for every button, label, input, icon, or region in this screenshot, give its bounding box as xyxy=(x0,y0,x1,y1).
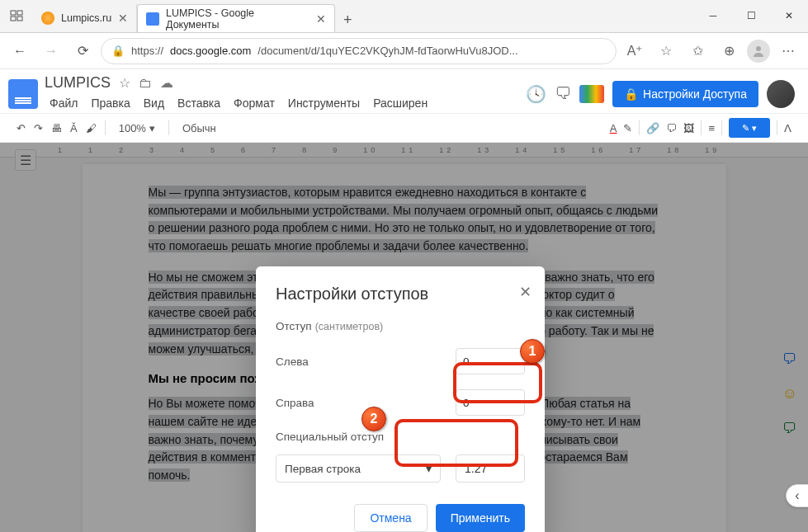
favicon-lumpics xyxy=(41,12,54,25)
docs-app: LUMPICS ☆ 🗀 ☁ Файл Правка Вид Вставка Фо… xyxy=(0,69,808,532)
editing-mode-button[interactable]: ✎ ▾ xyxy=(729,118,770,138)
special-indent-input[interactable] xyxy=(456,454,525,483)
tab-google-docs[interactable]: LUMPICS - Google Документы ✕ xyxy=(137,4,335,32)
svg-rect-2 xyxy=(11,16,16,21)
right-label: Справа xyxy=(276,397,456,409)
forward-button[interactable]: → xyxy=(38,38,64,64)
cloud-icon[interactable]: ☁ xyxy=(160,75,173,91)
star-icon[interactable]: ☆ xyxy=(119,75,130,91)
undo-icon[interactable]: ↶ xyxy=(17,122,26,134)
special-indent-select[interactable]: Первая строка ▾ xyxy=(276,454,441,483)
refresh-button[interactable]: ⟳ xyxy=(69,38,96,64)
chevron-down-icon: ▾ xyxy=(426,462,432,475)
favicon-docs xyxy=(146,12,159,26)
print-icon[interactable]: 🖶 xyxy=(51,122,62,134)
spellcheck-icon[interactable]: Ă xyxy=(70,122,78,134)
zoom-value: 100% xyxy=(119,122,146,134)
text-color-icon[interactable]: A xyxy=(610,122,617,134)
indent-options-dialog: Настройки отступов ✕ Отступ(сантиметров)… xyxy=(256,266,545,532)
collections-icon[interactable]: ⊕ xyxy=(716,38,742,64)
url-prefix: https:// xyxy=(131,45,163,57)
svg-rect-0 xyxy=(11,11,16,15)
menu-file[interactable]: Файл xyxy=(45,93,83,113)
meet-icon[interactable] xyxy=(579,85,604,103)
style-select[interactable]: Обычн xyxy=(177,120,221,137)
menu-extensions[interactable]: Расширен xyxy=(368,93,432,113)
toolbar: ↶ ↷ 🖶 Ă 🖌 100% ▾ Обычн A ✎ 🔗 🗩 🖼 ≡ ✎ ▾ ᐱ xyxy=(0,113,808,143)
svg-rect-3 xyxy=(17,16,22,21)
document-area: 112345678910111213141516171819 ☰ Мы — гр… xyxy=(0,143,808,532)
link-icon[interactable]: 🔗 xyxy=(646,122,659,134)
user-avatar[interactable] xyxy=(767,80,795,108)
menu-edit[interactable]: Правка xyxy=(86,93,135,113)
tab-actions-icon[interactable] xyxy=(0,0,33,32)
url-host: docs.google.com xyxy=(170,45,251,57)
history-icon[interactable]: 🕓 xyxy=(526,84,546,104)
read-aloud-icon[interactable]: A⁺ xyxy=(621,38,648,64)
zoom-select[interactable]: 100% ▾ xyxy=(114,120,160,137)
svg-rect-1 xyxy=(17,11,22,15)
profile-button[interactable] xyxy=(747,40,770,63)
redo-icon[interactable]: ↷ xyxy=(34,122,43,134)
callout-number-1: 1 xyxy=(520,339,545,364)
share-button[interactable]: 🔒 Настройки Доступа xyxy=(612,81,758,107)
url-field[interactable]: 🔒 https://docs.google.com/document/d/1qu… xyxy=(101,38,617,64)
address-bar: ← → ⟳ 🔒 https://docs.google.com/document… xyxy=(0,33,808,69)
new-tab-button[interactable]: + xyxy=(335,7,360,32)
show-side-panel-icon[interactable]: ‹ xyxy=(786,484,808,507)
highlight-icon[interactable]: ✎ xyxy=(623,122,632,134)
right-indent-input[interactable] xyxy=(456,389,525,416)
menu-format[interactable]: Формат xyxy=(229,93,280,113)
back-button[interactable]: ← xyxy=(7,38,33,64)
maximize-button[interactable]: ☐ xyxy=(732,0,770,32)
left-indent-input[interactable] xyxy=(456,348,525,374)
chevron-up-icon[interactable]: ᐱ xyxy=(784,122,791,134)
close-window-button[interactable]: ✕ xyxy=(770,0,808,32)
lock-icon: 🔒 xyxy=(111,45,125,57)
menu-tools[interactable]: Инструменты xyxy=(283,93,365,113)
tab-label: Lumpics.ru xyxy=(61,12,111,24)
menubar: Файл Правка Вид Вставка Формат Инструмен… xyxy=(45,92,432,113)
move-icon[interactable]: 🗀 xyxy=(139,76,152,91)
dialog-title: Настройки отступов xyxy=(276,285,525,304)
menu-view[interactable]: Вид xyxy=(139,93,169,113)
special-indent-label: Специальный отступ xyxy=(276,431,525,443)
favorite-icon[interactable]: ☆ xyxy=(653,38,679,64)
comment-icon[interactable]: 🗨 xyxy=(555,84,571,103)
minimize-button[interactable]: ─ xyxy=(694,0,732,32)
menu-icon[interactable]: ⋯ xyxy=(775,38,801,64)
tab-lumpics[interactable]: Lumpics.ru ✕ xyxy=(33,4,137,32)
cancel-button[interactable]: Отмена xyxy=(354,504,427,532)
callout-number-2: 2 xyxy=(361,407,386,431)
browser-titlebar: Lumpics.ru ✕ LUMPICS - Google Документы … xyxy=(0,0,808,33)
docs-logo-icon[interactable] xyxy=(8,79,38,109)
tab-label: LUMPICS - Google Документы xyxy=(166,7,309,31)
menu-insert[interactable]: Вставка xyxy=(172,93,225,113)
left-label: Слева xyxy=(276,355,456,368)
paint-format-icon[interactable]: 🖌 xyxy=(86,122,97,134)
docs-header: LUMPICS ☆ 🗀 ☁ Файл Правка Вид Вставка Фо… xyxy=(0,69,808,113)
apply-button[interactable]: Применить xyxy=(436,504,525,532)
indent-label: Отступ(сантиметров) xyxy=(276,320,383,332)
close-icon[interactable]: ✕ xyxy=(118,12,128,25)
doc-title[interactable]: LUMPICS xyxy=(45,74,111,92)
favorites-bar-icon[interactable]: ✩ xyxy=(684,38,711,64)
add-comment-icon[interactable]: 🗩 xyxy=(666,122,677,134)
window-controls: ─ ☐ ✕ xyxy=(694,0,808,32)
share-label: Настройки Доступа xyxy=(643,87,747,101)
close-icon[interactable]: ✕ xyxy=(316,12,326,26)
svg-point-4 xyxy=(756,46,761,51)
style-value: Обычн xyxy=(182,122,216,134)
select-value: Первая строка xyxy=(285,463,361,475)
lock-icon: 🔒 xyxy=(624,87,638,101)
url-path: /document/d/1quYEC2VKQyhJM-fdTaorwHuVu8J… xyxy=(258,45,517,57)
close-icon[interactable]: ✕ xyxy=(519,283,532,301)
tab-strip: Lumpics.ru ✕ LUMPICS - Google Документы … xyxy=(33,2,694,32)
image-icon[interactable]: 🖼 xyxy=(683,122,694,134)
align-icon[interactable]: ≡ xyxy=(708,122,715,134)
